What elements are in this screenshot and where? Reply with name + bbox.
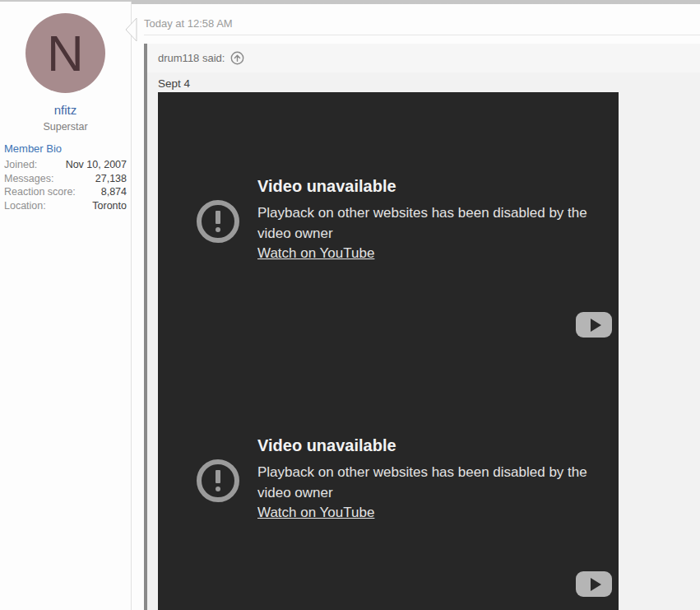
user-title: Superstar xyxy=(0,121,131,133)
video-error-reason: Playback on other websites has been disa… xyxy=(257,203,588,244)
youtube-play-button[interactable] xyxy=(576,312,612,338)
video-error-title: Video unavailable xyxy=(257,435,588,456)
play-triangle-icon xyxy=(591,319,601,332)
stat-row-messages: Messages: 27,138 xyxy=(4,172,127,186)
watch-on-youtube-link[interactable]: Watch on YouTube xyxy=(257,503,374,524)
avatar[interactable]: N xyxy=(25,13,105,93)
youtube-play-button[interactable] xyxy=(576,571,612,597)
user-stats: Joined: Nov 10, 2007 Messages: 27,138 Re… xyxy=(4,158,127,212)
video-error-message: Video unavailable Playback on other webs… xyxy=(257,435,588,524)
error-exclamation-icon xyxy=(197,459,239,502)
member-bio-link[interactable]: Member Bio xyxy=(4,142,131,155)
username-link[interactable]: nfitz xyxy=(0,103,131,117)
youtube-embed-2: Video unavailable Playback on other webs… xyxy=(158,352,619,610)
stat-value: 8,874 xyxy=(101,185,127,199)
stat-label: Messages: xyxy=(4,172,53,186)
message-pointer-arrow xyxy=(125,17,137,42)
stat-label: Joined: xyxy=(4,158,37,172)
sidebar-top-border xyxy=(0,0,132,2)
post-content: Today at 12:58 AM drum118 said: Sept 4 xyxy=(132,0,700,610)
stat-row-joined: Joined: Nov 10, 2007 xyxy=(4,158,127,172)
play-triangle-icon xyxy=(591,578,601,591)
arrow-up-circle-icon[interactable] xyxy=(230,51,244,65)
watch-on-youtube-link[interactable]: Watch on YouTube xyxy=(257,244,374,264)
quote-block: drum118 said: Sept 4 Video unav xyxy=(144,44,700,610)
video-error-title: Video unavailable xyxy=(257,175,588,197)
stat-row-location: Location: Toronto xyxy=(4,199,127,213)
stat-label: Reaction score: xyxy=(4,185,76,199)
youtube-embed-1: Video unavailable Playback on other webs… xyxy=(158,92,619,352)
stat-label: Location: xyxy=(4,199,46,213)
quote-body: Sept 4 Video unavailable Playback on oth… xyxy=(147,72,700,610)
avatar-letter: N xyxy=(47,28,84,79)
stat-value: Nov 10, 2007 xyxy=(66,158,127,172)
video-error-message: Video unavailable Playback on other webs… xyxy=(257,175,588,264)
stat-value: 27,138 xyxy=(95,172,127,186)
quote-text: Sept 4 xyxy=(158,77,690,90)
post-timestamp-link[interactable]: Today at 12:58 AM xyxy=(144,17,233,30)
quote-title-bar: drum118 said: xyxy=(147,44,700,72)
video-error-reason: Playback on other websites has been disa… xyxy=(257,463,588,503)
post-header-divider xyxy=(144,35,700,35)
user-info-panel: N nfitz Superstar Member Bio Joined: Nov… xyxy=(0,0,132,610)
quote-attribution: drum118 said: xyxy=(158,52,225,64)
forum-post: N nfitz Superstar Member Bio Joined: Nov… xyxy=(0,0,700,610)
stat-value: Toronto xyxy=(92,199,127,213)
stat-row-reaction-score: Reaction score: 8,874 xyxy=(4,185,127,199)
error-exclamation-icon xyxy=(197,200,239,243)
